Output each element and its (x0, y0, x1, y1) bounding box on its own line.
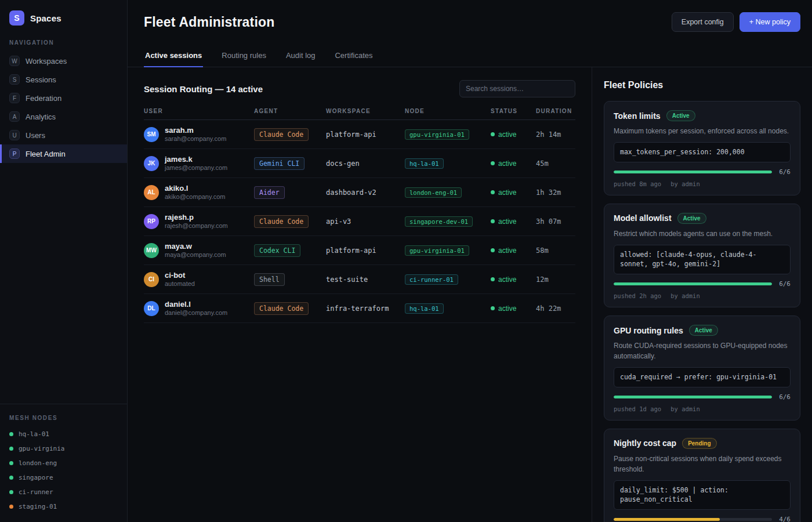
policy-card-nightly-cost-cap[interactable]: Nightly cost capPendingPause non-critica… (604, 429, 800, 522)
table-row[interactable]: SMsarah.msarah@company.comClaude Codepla… (144, 120, 575, 149)
mesh-node-singapore: singapore (0, 470, 127, 485)
status-label: active (498, 130, 516, 139)
avatar: AL (144, 185, 159, 200)
main-column: Fleet Administration Export config + New… (128, 0, 812, 522)
user-cell: ALakiko.lakiko@company.com (144, 184, 254, 201)
agent-cell: Aider (254, 186, 326, 199)
user-email: akiko@company.com (165, 193, 226, 201)
progress-fill (614, 518, 720, 521)
sidebar-item-fleet-admin[interactable]: PFleet Admin (0, 144, 127, 163)
policy-card-model-allowlist[interactable]: Model allowlistActiveRestrict which mode… (604, 204, 800, 307)
agent-badge: Codex CLI (254, 244, 300, 257)
table-row[interactable]: DLdaniel.ldaniel@company.comClaude Codei… (144, 294, 575, 323)
workspace-name: platform-api (326, 246, 405, 255)
tab-routing-rules[interactable]: Routing rules (220, 44, 267, 67)
node-cell: ci-runner-01 (405, 274, 491, 285)
node-badge: gpu-virginia-01 (405, 129, 469, 140)
status-label: active (498, 276, 516, 284)
table-header: USERAGENTWORKSPACENODESTATUSDURATION (144, 108, 575, 120)
export-config-button[interactable]: Export config (672, 12, 734, 32)
sidebar-item-users[interactable]: UUsers (0, 126, 127, 144)
node-cell: gpu-virginia-01 (405, 245, 491, 256)
policy-description: Restrict which models agents can use on … (614, 229, 791, 239)
node-status-dot-icon (9, 461, 13, 465)
fleet-admin-icon: P (9, 148, 20, 159)
table-row[interactable]: MWmaya.wmaya@company.comCodex CLIplatfor… (144, 236, 575, 265)
pushed-timestamp: pushed 8m ago (614, 180, 661, 187)
rollout-progress: 6/6 (614, 168, 791, 176)
rollout-count: 6/6 (779, 168, 791, 176)
progress-fill (614, 282, 772, 285)
node-cell: london-eng-01 (405, 187, 491, 198)
user-name: sarah.m (165, 126, 226, 135)
sidebar-item-federation[interactable]: FFederation (0, 89, 127, 107)
node-badge: ci-runner-01 (405, 274, 458, 285)
table-row[interactable]: CIci-botautomatedShelltest-suiteci-runne… (144, 265, 575, 294)
new-policy-button[interactable]: + New policy (740, 12, 800, 32)
node-badge: hq-la-01 (405, 158, 444, 169)
app-title: Spaces (30, 13, 61, 23)
pushed-by: by admin (670, 405, 700, 412)
node-cell: hq-la-01 (405, 303, 491, 314)
table-row[interactable]: RPrajesh.prajesh@company.comClaude Codea… (144, 207, 575, 236)
user-email: daniel@company.com (165, 309, 227, 317)
user-email: maya@company.com (165, 251, 226, 259)
table-row[interactable]: ALakiko.lakiko@company.comAiderdashboard… (144, 178, 575, 207)
user-cell: SMsarah.msarah@company.com (144, 126, 254, 143)
node-cell: hq-la-01 (405, 158, 491, 169)
tab-certificates[interactable]: Certificates (334, 44, 374, 67)
node-status-dot-icon (9, 505, 13, 509)
policy-card-token-limits[interactable]: Token limitsActiveMaximum tokens per ses… (604, 101, 800, 195)
sidebar-item-sessions[interactable]: SSessions (0, 70, 127, 89)
status-cell: active (491, 188, 536, 197)
policy-description: Pause non-critical sessions when daily s… (614, 454, 791, 474)
fleet-policies-panel: Fleet Policies Token limitsActiveMaximum… (592, 67, 812, 522)
search-input[interactable] (459, 80, 575, 97)
policy-config-code: cuda_required → prefer: gpu-virginia-01 (614, 367, 791, 387)
user-cell: RPrajesh.prajesh@company.com (144, 213, 254, 230)
sidebar-item-label: Users (26, 131, 45, 140)
sidebar: S Spaces NAVIGATION WWorkspacesSSessions… (0, 0, 128, 522)
app-logo: S Spaces (0, 0, 127, 37)
status-cell: active (491, 304, 536, 313)
sidebar-item-label: Federation (26, 94, 61, 103)
sidebar-item-label: Sessions (26, 75, 56, 84)
mesh-node-name: staging-01 (19, 503, 57, 510)
policy-description: Maximum tokens per session, enforced acr… (614, 126, 791, 136)
mesh-section-label: MESH NODES (0, 412, 127, 427)
status-dot-icon (491, 190, 495, 194)
status-label: active (498, 304, 516, 313)
user-name: maya.w (165, 242, 226, 251)
avatar: SM (144, 127, 159, 142)
mesh-node-hq-la-01: hq-la-01 (0, 427, 127, 441)
sidebar-item-workspaces[interactable]: WWorkspaces (0, 52, 127, 70)
rollout-count: 6/6 (779, 280, 791, 288)
column-header-node: NODE (405, 108, 491, 114)
tab-active-sessions[interactable]: Active sessions (144, 44, 203, 67)
node-status-dot-icon (9, 432, 13, 436)
pushed-timestamp: pushed 2h ago (614, 292, 661, 299)
mesh-node-name: singapore (19, 474, 53, 481)
sidebar-nav: WWorkspacesSSessionsFFederationAAnalytic… (0, 52, 127, 163)
tab-audit-log[interactable]: Audit log (285, 44, 317, 67)
table-row[interactable]: JKjames.kjames@company.comGemini CLIdocs… (144, 149, 575, 178)
analytics-icon: A (9, 111, 20, 122)
policy-card-gpu-routing-rules[interactable]: GPU routing rulesActiveRoute CUDA-requir… (604, 316, 800, 420)
agent-cell: Claude Code (254, 215, 326, 228)
policy-status-badge: Active (666, 110, 695, 121)
workspace-name: dashboard-v2 (326, 188, 405, 197)
status-dot-icon (491, 248, 495, 252)
sidebar-item-analytics[interactable]: AAnalytics (0, 107, 127, 126)
mesh-node-name: gpu-virginia (19, 445, 64, 452)
mesh-node-gpu-virginia: gpu-virginia (0, 441, 127, 456)
page-header: Fleet Administration Export config + New… (128, 0, 812, 44)
pushed-timestamp: pushed 1d ago (614, 405, 661, 412)
status-cell: active (491, 276, 536, 284)
sessions-section: Session Routing — 14 active USERAGENTWOR… (128, 67, 592, 522)
session-duration: 1h 32m (536, 188, 575, 197)
policy-card-list: Token limitsActiveMaximum tokens per ses… (604, 101, 800, 522)
policy-config-code: max_tokens_per_session: 200,000 (614, 142, 791, 162)
page-title: Fleet Administration (144, 14, 275, 30)
content-area: Session Routing — 14 active USERAGENTWOR… (128, 67, 812, 522)
policy-title: Token limits (614, 111, 661, 121)
